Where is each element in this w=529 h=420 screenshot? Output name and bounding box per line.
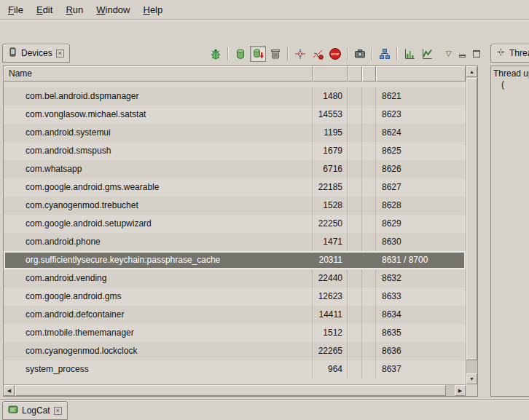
toolbar-separator — [287, 47, 289, 60]
method-profiling-button[interactable] — [310, 46, 326, 62]
table-row[interactable]: com.android.smspush 1679 8625 — [4, 142, 466, 160]
process-cell-empty — [348, 251, 362, 269]
process-cell-empty — [362, 251, 376, 269]
tab-threads[interactable]: Threads — [490, 44, 529, 63]
table-row[interactable]: com.android.systemui 1195 8624 — [4, 124, 466, 142]
menu-help[interactable]: Help — [136, 1, 169, 18]
view-hierarchy-button[interactable] — [377, 46, 393, 62]
opengl-trace-button[interactable] — [419, 46, 435, 62]
scroll-up-icon[interactable]: ▲ — [466, 66, 477, 77]
close-icon[interactable]: × — [54, 407, 62, 415]
process-name: system_process — [4, 360, 313, 379]
debug-icon — [209, 47, 222, 60]
column-header-port[interactable] — [376, 66, 466, 82]
devices-toolbar: STOP — [208, 46, 482, 62]
scroll-right-icon[interactable]: ▶ — [455, 385, 466, 396]
maximize-button[interactable] — [470, 46, 482, 62]
table-header: Name — [4, 66, 466, 82]
process-port: 8625 — [376, 142, 466, 160]
screen-capture-icon — [353, 47, 367, 60]
table-row[interactable]: com.google.android.gms 12623 8633 — [4, 288, 466, 306]
table-row[interactable]: com.whatsapp 6716 8626 — [4, 160, 466, 178]
logcat-icon — [8, 405, 18, 416]
table-row[interactable]: com.google.android.gms.wearable 22185 86… — [4, 178, 466, 197]
update-threads-icon — [294, 47, 307, 60]
process-pid: 22250 — [313, 215, 348, 233]
threads-tabbar: Threads — [489, 44, 529, 66]
table-row[interactable]: org.sufficientlysecure.keychain:passphra… — [4, 251, 466, 269]
process-cell-empty — [348, 215, 362, 233]
process-cell-empty — [362, 342, 376, 360]
update-heap-button[interactable] — [232, 46, 248, 62]
close-icon[interactable]: × — [56, 49, 64, 58]
debug-button[interactable] — [208, 46, 224, 62]
view-menu-button[interactable]: ▽ — [442, 46, 455, 62]
vertical-scrollbar[interactable]: ▲ ▼ — [466, 66, 477, 384]
cause-gc-button[interactable] — [267, 46, 283, 62]
process-name: com.android.systemui — [4, 124, 313, 142]
process-cell-empty — [348, 306, 362, 324]
table-row[interactable]: com.google.android.setupwizard 22250 862… — [4, 215, 466, 233]
tab-logcat[interactable]: LogCat × — [2, 401, 68, 420]
stop-process-button[interactable]: STOP — [327, 46, 343, 62]
devices-tabbar: Devices × — [0, 44, 486, 66]
table-row[interactable]: system_process 964 8637 — [4, 360, 466, 379]
process-port: 8635 — [376, 324, 466, 342]
screen-capture-button[interactable] — [352, 46, 368, 62]
tab-threads-label: Threads — [509, 48, 529, 58]
vertical-scrollbar-thumb[interactable] — [466, 78, 477, 360]
process-cell-empty — [348, 324, 362, 342]
toolbar-separator — [227, 47, 229, 60]
horizontal-scrollbar[interactable]: ◀ ▶ — [4, 384, 466, 396]
table-row[interactable]: com.cyanogenmod.lockclock 22265 8636 — [4, 342, 466, 360]
menu-run[interactable]: Run — [59, 1, 90, 18]
scroll-left-icon[interactable]: ◀ — [4, 385, 15, 396]
process-cell-empty — [362, 87, 376, 106]
process-cell-empty — [362, 233, 376, 251]
menu-window[interactable]: Window — [90, 1, 136, 18]
minimize-button[interactable] — [456, 46, 469, 62]
process-pid: 14553 — [313, 106, 348, 124]
process-cell-empty — [348, 288, 362, 306]
stop-process-icon: STOP — [329, 47, 342, 60]
menu-file[interactable]: File — [1, 1, 30, 18]
table-row[interactable]: com.vonglasow.michael.satstat 14553 8623 — [4, 106, 466, 124]
view-menu-icon: ▽ — [446, 50, 452, 58]
process-cell-empty — [348, 178, 362, 197]
stop-label: STOP — [331, 52, 340, 56]
dump-hprof-icon — [251, 47, 264, 60]
table-row[interactable]: com.android.defcontainer 14411 8634 — [4, 306, 466, 324]
column-header-4[interactable] — [362, 66, 376, 82]
table-row[interactable]: com.android.vending 22440 8632 — [4, 269, 466, 288]
devices-panel: Devices × — [0, 42, 486, 399]
table-row[interactable]: com.android.phone 1471 8630 — [4, 233, 466, 251]
maximize-icon — [473, 50, 480, 58]
table-row[interactable]: com.bel.android.dspmanager 1480 8621 — [4, 87, 466, 106]
process-pid: 22265 — [313, 342, 348, 360]
process-cell-empty — [348, 106, 362, 124]
process-port: 8632 — [376, 269, 466, 288]
column-header-name[interactable]: Name — [4, 66, 313, 82]
process-cell-empty — [362, 215, 376, 233]
process-cell-empty — [362, 360, 376, 379]
update-threads-button[interactable] — [292, 46, 308, 62]
process-cell-empty — [362, 142, 376, 160]
menu-edit[interactable]: Edit — [30, 1, 59, 18]
dump-hprof-button[interactable] — [250, 46, 266, 62]
logcat-bar: LogCat × — [0, 399, 529, 420]
process-name: com.whatsapp — [4, 160, 313, 178]
process-name: com.bel.android.dspmanager — [4, 87, 313, 106]
column-header-3[interactable] — [348, 66, 362, 82]
tab-devices[interactable]: Devices × — [2, 44, 70, 63]
scrollbar-corner — [466, 384, 477, 396]
tab-devices-label: Devices — [21, 48, 52, 58]
process-name: com.cyanogenmod.lockclock — [4, 342, 313, 360]
table-row[interactable]: com.tmobile.thememanager 1512 8635 — [4, 324, 466, 342]
column-header-pid[interactable] — [313, 66, 348, 82]
systrace-button[interactable] — [401, 46, 418, 62]
horizontal-scrollbar-thumb[interactable] — [15, 385, 446, 396]
ddms-window: File Edit Run Window Help Devices × — [0, 0, 529, 420]
process-cell-empty — [348, 124, 362, 142]
scroll-down-icon[interactable]: ▼ — [466, 373, 477, 384]
table-row[interactable]: com.cyanogenmod.trebuchet 1528 8628 — [4, 197, 466, 215]
